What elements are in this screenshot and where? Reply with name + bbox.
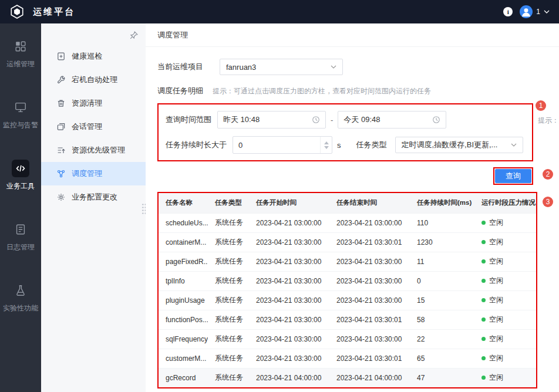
cell-end-time: 2023-04-21 03:30:00 [329, 329, 410, 349]
priority-list-icon [56, 146, 66, 155]
status-dot [481, 259, 486, 263]
stepper-up-icon[interactable] [324, 141, 329, 144]
clipboard-plus-icon [56, 52, 66, 61]
cell-end-time: 2023-04-21 03:30:00 [329, 290, 410, 310]
clock-icon [432, 116, 440, 124]
table-row[interactable]: containerM... 系统任务 2023-04-21 03:30:00 2… [159, 232, 536, 252]
filter-annotation-box: 查询时间范围 昨天 10:48 - 今天 09:48 [157, 103, 533, 161]
user-menu[interactable]: 1 [520, 5, 550, 18]
cell-duration: 11 [410, 252, 474, 271]
cell-start-time: 2023-04-21 03:30:00 [249, 329, 329, 349]
task-table: 任务名称 任务类型 任务开始时间 任务结束时间 任务持续时间(ms) 运行时段压… [159, 193, 536, 387]
cell-task-name: sqlFrequency [159, 329, 208, 349]
cell-task-name: scheduleUs... [159, 213, 208, 232]
time-range-row: 查询时间范围 昨天 10:48 - 今天 09:48 [166, 111, 525, 129]
sidebar-item-downtime-auto-handle[interactable]: 宕机自动处理 [41, 68, 146, 92]
primary-nav-item-business-tools[interactable]: 业务工具 [0, 160, 41, 191]
task-type-select[interactable]: 定时调度,抽数缓存,BI更新,... [395, 137, 523, 153]
sidebar-item-health-check[interactable]: 健康巡检 [41, 45, 146, 68]
duration-label: 任务持续时长大于 [166, 140, 227, 150]
cell-pressure: 空闲 [474, 349, 536, 368]
primary-nav-item-experimental[interactable]: 实验性功能 [0, 282, 41, 313]
cell-task-type: 系统任务 [208, 252, 249, 271]
table-row[interactable]: pluginUsage 系统任务 2023-04-21 03:30:00 202… [159, 290, 536, 310]
project-select[interactable]: fanruan3 [220, 59, 343, 75]
sidebar-item-label: 健康巡检 [72, 51, 102, 62]
task-detail-label: 调度任务明细 [157, 86, 203, 96]
duration-input[interactable]: 0 [233, 136, 332, 154]
gear-icon [56, 192, 66, 202]
project-label: 当前运维项目 [157, 62, 220, 72]
cell-task-type: 系统任务 [208, 329, 249, 349]
cell-duration: 1230 [410, 232, 474, 252]
end-time-input[interactable]: 今天 09:48 [338, 111, 446, 129]
breadcrumb: 调度管理 [146, 23, 559, 47]
status-text: 空闲 [489, 373, 503, 383]
table-row[interactable]: tplInfo 系统任务 2023-04-21 03:30:00 2023-04… [159, 271, 536, 290]
nodes-icon [56, 169, 66, 178]
sidebar-item-label: 资源优先级管理 [72, 145, 125, 156]
cell-pressure: 空闲 [474, 310, 536, 329]
cell-task-name: gcRecord [159, 368, 208, 387]
primary-nav-label: 日志管理 [6, 242, 35, 252]
flask-icon [14, 284, 27, 297]
primary-nav-item-ops[interactable]: 运维管理 [0, 38, 41, 69]
info-icon[interactable]: i [503, 7, 513, 16]
cell-task-name: pageFixedR... [159, 252, 208, 271]
cell-task-type: 系统任务 [208, 310, 249, 329]
cell-end-time: 2023-04-21 03:00:00 [329, 213, 410, 232]
query-button[interactable]: 查询 [495, 169, 531, 183]
start-time-input[interactable]: 昨天 10:48 [217, 111, 326, 129]
status-text: 空闲 [489, 334, 503, 344]
cell-task-type: 系统任务 [208, 232, 249, 252]
table-row[interactable]: sqlFrequency 系统任务 2023-04-21 03:30:00 20… [159, 329, 536, 349]
table-row[interactable]: customerM... 系统任务 2023-04-21 03:30:00 20… [159, 349, 536, 368]
status-dot [481, 376, 486, 380]
cell-start-time: 2023-04-21 03:30:00 [249, 232, 329, 252]
duration-value: 0 [238, 141, 243, 150]
monitor-icon [14, 101, 27, 114]
primary-nav-item-logs[interactable]: 日志管理 [0, 221, 41, 252]
cell-start-time: 2023-04-21 03:30:00 [249, 310, 329, 329]
table-row[interactable]: scheduleUs... 系统任务 2023-04-21 03:00:00 2… [159, 213, 536, 232]
primary-nav-label: 监控与告警 [3, 120, 38, 130]
app-logo-icon [9, 4, 25, 19]
sidebar-item-session-management[interactable]: 会话管理 [41, 115, 146, 138]
task-type-value: 定时调度,抽数缓存,BI更新,... [402, 140, 498, 150]
table-header-row: 任务名称 任务类型 任务开始时间 任务结束时间 任务持续时间(ms) 运行时段压… [159, 193, 536, 213]
cell-pressure: 空闲 [474, 290, 536, 310]
status-text: 空闲 [489, 295, 503, 305]
task-type-label: 任务类型 [356, 140, 387, 150]
status-text: 空闲 [489, 237, 503, 247]
time-range-label: 查询时间范围 [166, 114, 211, 125]
primary-nav-item-monitor[interactable]: 监控与告警 [0, 99, 41, 130]
app-title: 运维平台 [33, 6, 75, 18]
number-stepper [320, 137, 332, 153]
sidebar-item-resource-priority[interactable]: 资源优先级管理 [41, 138, 146, 162]
sidebar-item-business-config[interactable]: 业务配置更改 [41, 185, 146, 209]
status-dot [481, 337, 486, 341]
chevron-down-icon [331, 65, 336, 69]
status-dot [481, 279, 486, 283]
task-table-annotation-box: 任务名称 任务类型 任务开始时间 任务结束时间 任务持续时间(ms) 运行时段压… [157, 192, 537, 388]
status-dot [481, 317, 486, 322]
cell-end-time: 2023-04-21 03:30:01 [329, 349, 410, 368]
stepper-down-icon[interactable] [324, 146, 329, 149]
col-end-time: 任务结束时间 [329, 193, 410, 213]
table-row[interactable]: pageFixedR... 系统任务 2023-04-21 03:30:00 2… [159, 252, 536, 271]
button-row: 查询 [157, 167, 533, 185]
time-range-hint: 提示：只支持查询当前 [538, 116, 559, 126]
cell-pressure: 空闲 [474, 232, 536, 252]
chevron-down-icon [511, 143, 517, 147]
cell-pressure: 空闲 [474, 368, 536, 387]
cell-end-time: 2023-04-21 03:30:00 [329, 252, 410, 271]
pin-icon[interactable] [129, 31, 139, 40]
duration-type-row: 任务持续时长大于 0 s 任务类型 定时调度,抽数缓存,BI更新,... [166, 136, 525, 154]
annotation-badge-3: 3 [543, 197, 553, 207]
table-row[interactable]: functionPos... 系统任务 2023-04-21 03:30:00 … [159, 310, 536, 329]
table-row[interactable]: gcRecord 系统任务 2023-04-21 04:00:00 2023-0… [159, 368, 536, 387]
chevron-down-icon [544, 10, 550, 13]
sidebar-item-schedule-management[interactable]: 调度管理 [41, 162, 146, 185]
sidebar-item-resource-cleanup[interactable]: 资源清理 [41, 92, 146, 115]
annotation-badge-2: 2 [543, 169, 553, 180]
